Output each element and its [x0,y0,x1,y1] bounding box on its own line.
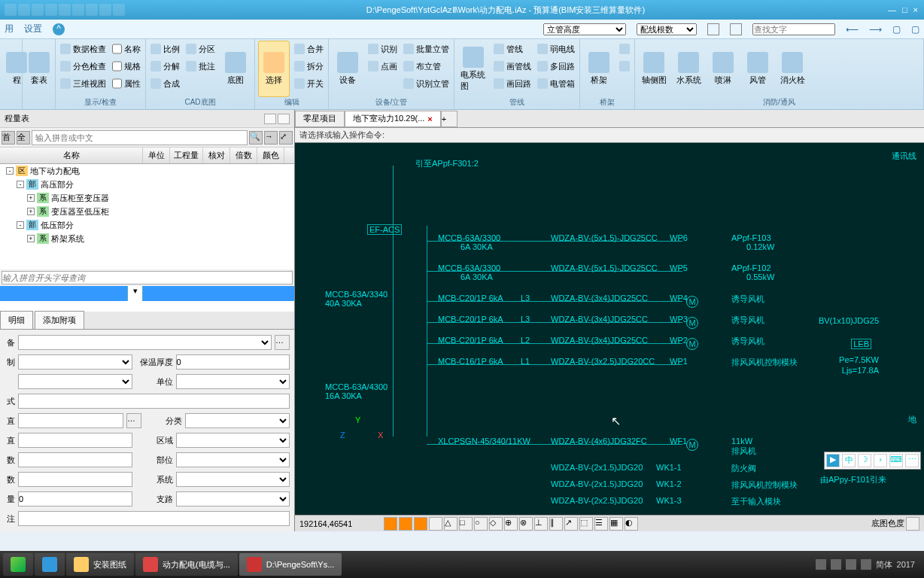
ribbon-ebox[interactable]: 电管箱 [536,75,576,92]
ribbon-multiloop[interactable]: 多回路 [536,58,576,75]
clock[interactable]: 2017 [897,560,915,569]
tab-misc[interactable]: 零星项目 [295,111,345,127]
osnap-sq-icon[interactable]: □ [459,517,473,531]
tree-item[interactable]: +系变压器至低压柜 [0,205,294,218]
unit-sel[interactable] [176,374,290,389]
cad-canvas[interactable]: 引至APpf-F301:2 通讯线 EF-ACS MCCB-63A/3340 4… [295,143,924,515]
qat-copy-icon[interactable] [59,4,71,16]
tab-basement[interactable]: 地下室动力10.29(...× [345,111,441,127]
ribbon-3d-view[interactable]: 三维视图 [59,75,108,92]
tray-icon[interactable] [846,559,856,570]
ribbon-data-check[interactable]: 数据检查 [59,41,108,57]
expand-icon[interactable]: ⤢ [279,131,293,144]
ribbon-combine[interactable]: 合并 [293,41,325,57]
bridge-icon[interactable] [619,61,630,71]
osnap-tri-icon[interactable]: △ [444,517,457,531]
ribbon-esys[interactable]: 电系统图 [457,41,489,97]
lang-indicator[interactable]: 简体 [876,559,892,570]
prop-input[interactable] [18,413,123,428]
ribbon-draw-pipe[interactable]: 画管线 [492,58,533,75]
tab-detail[interactable]: 明细 [0,311,33,329]
ribbon-table[interactable]: 套表 [26,41,53,97]
next-icon[interactable]: → [264,131,278,144]
category-sel[interactable] [185,413,290,428]
prop-input[interactable] [18,472,132,487]
branch-sel[interactable] [176,491,290,507]
qty-input[interactable] [18,491,132,507]
qat-redo-icon[interactable] [32,4,44,16]
ribbon-sprinkler[interactable]: 喷淋 [707,41,739,97]
tray-icon[interactable] [831,559,841,570]
minimize-icon[interactable]: — [888,5,896,14]
view-icon[interactable]: ▶ [826,454,840,467]
view-zhong-icon[interactable]: 中 [842,454,856,467]
ribbon-select[interactable]: 选择 [258,41,290,97]
all-icon[interactable]: 全 [17,131,30,144]
qat-cut-icon[interactable] [45,4,57,16]
osnap-icon[interactable]: ⬚ [579,517,593,531]
menu-settings[interactable]: 设置 [24,23,42,35]
menu-help-icon[interactable]: ^ [53,23,65,35]
osnap-circ-icon[interactable]: ○ [474,517,488,531]
area-sel[interactable] [176,433,290,448]
tree-item[interactable]: -部低压部分 [0,218,294,232]
osnap-icon[interactable]: ⊗ [519,517,533,531]
system-sel[interactable] [176,472,290,487]
qat-icon[interactable] [99,4,111,16]
app-button[interactable]: D:\PengeSoft\Ys... [239,553,342,576]
prop-input[interactable] [18,433,132,448]
osnap-icon[interactable]: ◇ [489,517,503,531]
prop-input[interactable] [18,394,290,409]
tree-item[interactable]: +系高压柜至变压器 [0,191,294,205]
toggle-icon[interactable] [707,23,719,35]
ribbon-id-pipe[interactable]: 识别立管 [402,75,451,92]
snap-icon[interactable] [384,517,397,531]
osnap-icon[interactable]: ◐ [625,517,638,531]
prop-sel[interactable] [18,354,132,370]
view-more-icon[interactable]: ⋯ [905,454,919,467]
ribbon-identify[interactable]: 识别 [366,41,399,57]
tray-volume-icon[interactable] [861,559,871,570]
selected-row[interactable]: ▾ [0,286,294,301]
ribbon-duct[interactable]: 风管 [742,41,774,97]
toggle-icon[interactable] [730,23,742,35]
view-chevron-icon[interactable]: › [874,454,887,467]
ribbon-dot-draw[interactable]: 点画 [366,58,399,75]
ribbon-merge[interactable]: 合成 [149,75,181,92]
tree-view[interactable]: -区地下动力配电-部高压部分+系高压柜至变压器+系变压器至低压柜-部低压部分+系… [0,164,294,269]
part-sel[interactable] [176,452,290,467]
ribbon-batch-pipe[interactable]: 批量立管 [402,41,451,57]
qat-icon[interactable] [86,4,98,16]
ribbon-attr[interactable]: 属性 [111,75,142,92]
find-text-input[interactable] [752,23,835,35]
command-line[interactable]: 请选择或输入操作命令: [295,128,924,143]
maximize-icon[interactable]: □ [902,5,907,14]
prop-btn[interactable]: … [275,335,290,350]
snap-icon[interactable] [414,517,427,531]
ribbon-place-pipe[interactable]: 布立管 [402,58,451,75]
ribbon-split[interactable]: 拆分 [293,58,325,75]
wire-count-select[interactable]: 配线根数 [637,23,697,35]
ribbon-pipeline[interactable]: 管线 [492,41,533,57]
ribbon-weakwire[interactable]: 弱电线 [536,41,576,57]
explorer-button[interactable]: 安装图纸 [66,553,134,576]
osnap-perp-icon[interactable]: ⊥ [534,517,548,531]
ribbon-water[interactable]: 水系统 [673,41,704,97]
ribbon-bridge[interactable]: 桥架 [583,41,615,97]
qat-paste-icon[interactable] [72,4,84,16]
osnap-icon[interactable]: ☰ [594,517,608,531]
ribbon-draw-loop[interactable]: 画回路 [492,75,533,92]
prop-sel[interactable] [18,374,132,389]
filter-icon[interactable]: 首 [2,131,15,144]
bridge-icon[interactable] [619,44,630,54]
ie-button[interactable] [35,553,65,576]
tree-item[interactable]: +系桥架系统 [0,232,294,245]
qat-icon[interactable] [113,4,125,16]
osnap-icon[interactable]: ↗ [564,517,578,531]
nav-fwd-icon[interactable]: ⟶ [869,24,882,35]
prop-sel[interactable] [18,335,272,350]
ribbon-device[interactable]: 设备 [332,41,363,97]
tree-item[interactable]: -部高压部分 [0,178,294,191]
start-button[interactable] [3,553,33,576]
prop-input[interactable] [18,452,132,467]
